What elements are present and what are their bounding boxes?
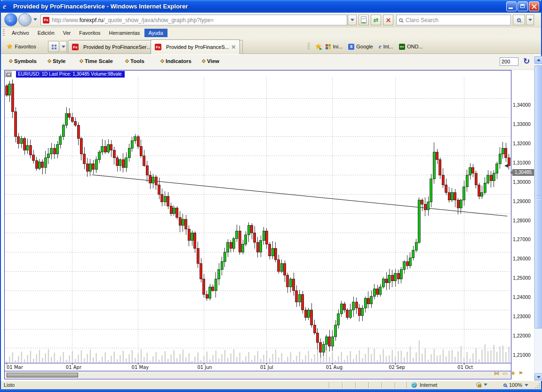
windows-flag-icon [326, 44, 331, 49]
volume-bar [308, 351, 309, 362]
link-inicio[interactable]: Ini... [324, 44, 344, 49]
candle-down [254, 233, 256, 242]
volume-bar [341, 352, 342, 362]
link-oanda[interactable]: OND... [398, 44, 424, 50]
add-chart-icon[interactable]: ✚ [510, 370, 515, 376]
menu-item-edici-n[interactable]: Edición [33, 29, 59, 37]
volume-bar [248, 352, 249, 362]
quick-tabs-button[interactable] [48, 41, 59, 52]
chart-menu-view[interactable]: View [202, 58, 219, 64]
scroll-up-button[interactable] [534, 56, 542, 64]
magnifier-icon [517, 18, 521, 22]
volume-bar [87, 354, 88, 362]
tab-profinance-2-active[interactable]: Fx Provided by ProFinanceS... [151, 39, 240, 54]
vertical-scrollbar[interactable] [534, 56, 542, 381]
menu-item-ayuda[interactable]: Ayuda [144, 29, 167, 37]
candle-up [499, 154, 501, 164]
chart-hscrollbar-thumb[interactable] [7, 373, 78, 377]
chart-refresh-icon[interactable]: ↻ [523, 56, 530, 66]
chart-menu-time-scale[interactable]: Time Scale [80, 58, 113, 64]
candle-down [137, 137, 139, 146]
link-google[interactable]: 8 Google [347, 44, 374, 50]
url-field[interactable]: Fx http://www.forexpf.ru/_quote_show_/ja… [40, 15, 347, 25]
refresh-button[interactable]: ⇄ [371, 15, 381, 25]
zoom-control[interactable]: 100% [503, 382, 528, 388]
volume-bar [448, 351, 449, 362]
stop-button[interactable] [383, 15, 393, 25]
chart-menu-tools[interactable]: Tools [126, 58, 144, 64]
chart-hscrollbar[interactable] [5, 371, 511, 378]
volume-bar [81, 350, 82, 362]
minimize-chart-icon[interactable]: ▭ [502, 370, 507, 376]
search-options-caret[interactable] [526, 15, 534, 25]
scroll-down-button[interactable] [534, 373, 542, 381]
link-internet[interactable]: e Int... [377, 43, 395, 50]
volume-bar [105, 353, 106, 362]
url-dropdown-button[interactable] [348, 15, 357, 25]
candle-down [179, 218, 181, 225]
candle-down [35, 161, 38, 168]
chart-menu-indicators[interactable]: Indicators [161, 58, 191, 64]
volume-bar [78, 355, 79, 362]
add-favorite-icon[interactable]: ★ [315, 42, 321, 51]
chart-frame: EUR/USD: 1D Last Price: 1,30485 Volume:9… [4, 70, 511, 379]
candle-down [385, 279, 388, 283]
candle-down [439, 160, 441, 175]
candle-down [53, 148, 56, 154]
candle-up [433, 152, 435, 179]
tab-list-caret[interactable] [60, 41, 67, 52]
candle-up [152, 177, 154, 183]
recent-pages-caret[interactable] [33, 18, 37, 21]
browser-window: e Provided by ProFinanceService - Window… [0, 0, 542, 392]
menu-item-favoritos[interactable]: Favoritos [75, 29, 104, 37]
candle-up [128, 148, 130, 157]
bars-count-input[interactable] [500, 57, 518, 66]
volume-bar [505, 352, 506, 362]
flag-icon[interactable]: ⚑ [518, 370, 523, 376]
volume-bar [126, 359, 127, 362]
tab-profinance-1[interactable]: Fx Provided by ProFinanceService [68, 40, 158, 54]
candlestick-chart[interactable]: 01 Mar01 Apr01 May01 Jun01 Jul01 Aug02 S… [5, 78, 511, 371]
resize-grip[interactable] [535, 384, 540, 388]
volume-bar [191, 361, 192, 362]
volume-bar [152, 356, 153, 362]
candle-down [269, 244, 271, 256]
close-tab-icon[interactable] [231, 45, 236, 49]
search-go-button[interactable] [513, 15, 525, 25]
join-icon[interactable]: ⋈ [494, 370, 499, 376]
search-box[interactable] [396, 15, 511, 25]
candle-down [15, 112, 17, 137]
candle-down [293, 279, 295, 291]
candle-down [104, 146, 106, 152]
restore-button[interactable] [518, 1, 528, 11]
chart-legend-button[interactable] [5, 71, 12, 77]
volume-bar [502, 345, 503, 362]
compatibility-view-button[interactable] [359, 15, 369, 25]
menu-item-ver[interactable]: Ver [59, 29, 75, 37]
volume-bar [320, 358, 321, 362]
candle-down [143, 156, 145, 165]
minimize-button[interactable] [506, 1, 517, 11]
links-grip[interactable] [308, 43, 310, 50]
window-title: Provided by ProFinanceService - Windows … [13, 3, 506, 10]
scrollbar-thumb[interactable] [534, 65, 542, 329]
volume-bar [389, 355, 390, 362]
chart-menu-style[interactable]: Style [48, 58, 66, 64]
back-button[interactable]: ← [4, 13, 17, 26]
window-bottom-edge [0, 389, 542, 392]
search-input[interactable] [406, 17, 508, 24]
protected-mode-control[interactable] [476, 382, 487, 387]
volume-bar [117, 360, 118, 362]
close-button[interactable] [529, 1, 539, 11]
toolbar-grip[interactable] [3, 29, 5, 37]
y-axis-label: 1,26000 [513, 256, 531, 261]
quick-tabs-icon [52, 45, 54, 47]
chart-menu-symbols[interactable]: Symbols [9, 58, 37, 64]
volume-bar [365, 354, 366, 362]
forward-button[interactable]: → [18, 13, 32, 26]
menu-item-archivo[interactable]: Archivo [8, 29, 33, 37]
candle-up [44, 158, 47, 167]
favorites-button[interactable]: ★ Favoritos [4, 41, 39, 52]
volume-bar [338, 356, 339, 362]
menu-item-herramientas[interactable]: Herramientas [105, 29, 144, 37]
